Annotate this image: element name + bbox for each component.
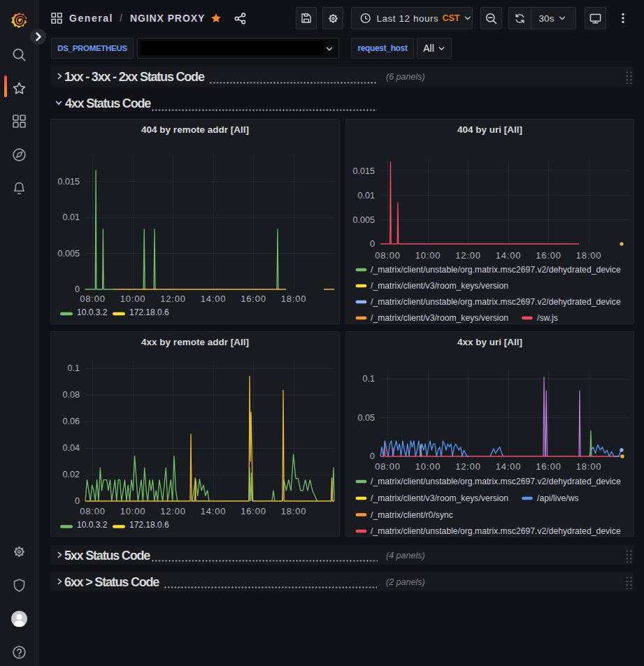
svg-text:16:00: 16:00	[241, 506, 266, 516]
svg-text:0.1: 0.1	[67, 363, 80, 373]
svg-text:/sw.js: /sw.js	[537, 313, 558, 323]
svg-text:172.18.0.6: 172.18.0.6	[129, 307, 169, 317]
svg-text:/_matrix/client/unstable/org.m: /_matrix/client/unstable/org.matrix.msc2…	[371, 526, 621, 536]
svg-text:/_matrix/client/v3/room_keys/v: /_matrix/client/v3/room_keys/version	[371, 493, 508, 503]
svg-text:18:00: 18:00	[576, 461, 602, 472]
svg-text:08:00: 08:00	[80, 506, 106, 516]
svg-text:/_matrix/client/unstable/org.m: /_matrix/client/unstable/org.matrix.msc2…	[371, 297, 621, 307]
svg-text:0.04: 0.04	[62, 443, 80, 453]
svg-text:0.1: 0.1	[362, 374, 375, 384]
svg-text:10:00: 10:00	[415, 461, 441, 472]
svg-text:16:00: 16:00	[536, 250, 561, 261]
svg-text:0: 0	[370, 239, 375, 249]
svg-text:0.01: 0.01	[357, 191, 375, 201]
svg-text:0.02: 0.02	[62, 470, 80, 479]
svg-text:12:00: 12:00	[455, 461, 481, 472]
svg-text:0: 0	[75, 496, 80, 506]
svg-text:0.005: 0.005	[57, 249, 80, 259]
svg-text:0.01: 0.01	[62, 212, 80, 222]
svg-text:08:00: 08:00	[375, 250, 401, 261]
svg-text:08:00: 08:00	[375, 461, 401, 472]
svg-text:14:00: 14:00	[496, 461, 522, 472]
svg-text:0.015: 0.015	[57, 177, 80, 187]
svg-text:10:00: 10:00	[415, 250, 441, 261]
svg-text:16:00: 16:00	[536, 461, 561, 472]
svg-text:12:00: 12:00	[160, 506, 186, 516]
svg-text:10.0.3.2: 10.0.3.2	[77, 307, 108, 317]
svg-text:0.05: 0.05	[357, 413, 375, 423]
svg-text:/_matrix/client/r0/sync: /_matrix/client/r0/sync	[371, 510, 453, 520]
svg-text:0.06: 0.06	[62, 417, 80, 426]
svg-text:14:00: 14:00	[201, 506, 227, 516]
svg-text:10.0.3.2: 10.0.3.2	[77, 520, 108, 530]
svg-text:08:00: 08:00	[80, 294, 106, 304]
svg-text:/_matrix/client/v3/room_keys/v: /_matrix/client/v3/room_keys/version	[371, 313, 508, 323]
svg-text:10:00: 10:00	[120, 506, 146, 516]
svg-text:18:00: 18:00	[281, 506, 307, 516]
svg-text:0.005: 0.005	[352, 215, 375, 225]
svg-text:14:00: 14:00	[201, 294, 227, 304]
svg-text:18:00: 18:00	[281, 294, 307, 304]
svg-text:172.18.0.6: 172.18.0.6	[129, 520, 169, 530]
svg-text:0: 0	[370, 451, 375, 461]
svg-text:10:00: 10:00	[120, 294, 146, 304]
svg-text:0: 0	[75, 284, 80, 294]
svg-text:0.015: 0.015	[352, 166, 375, 176]
svg-text:/_matrix/client/v3/room_keys/v: /_matrix/client/v3/room_keys/version	[371, 281, 508, 291]
svg-text:/api/live/ws: /api/live/ws	[537, 493, 579, 503]
svg-text:/_matrix/client/unstable/org.m: /_matrix/client/unstable/org.matrix.msc2…	[371, 265, 621, 275]
svg-text:/_matrix/client/unstable/org.m: /_matrix/client/unstable/org.matrix.msc2…	[371, 477, 621, 486]
svg-text:12:00: 12:00	[455, 250, 481, 261]
svg-text:14:00: 14:00	[496, 250, 522, 261]
svg-text:16:00: 16:00	[241, 294, 266, 304]
svg-text:18:00: 18:00	[576, 250, 602, 261]
svg-text:0.08: 0.08	[62, 390, 80, 400]
svg-text:12:00: 12:00	[160, 294, 186, 304]
